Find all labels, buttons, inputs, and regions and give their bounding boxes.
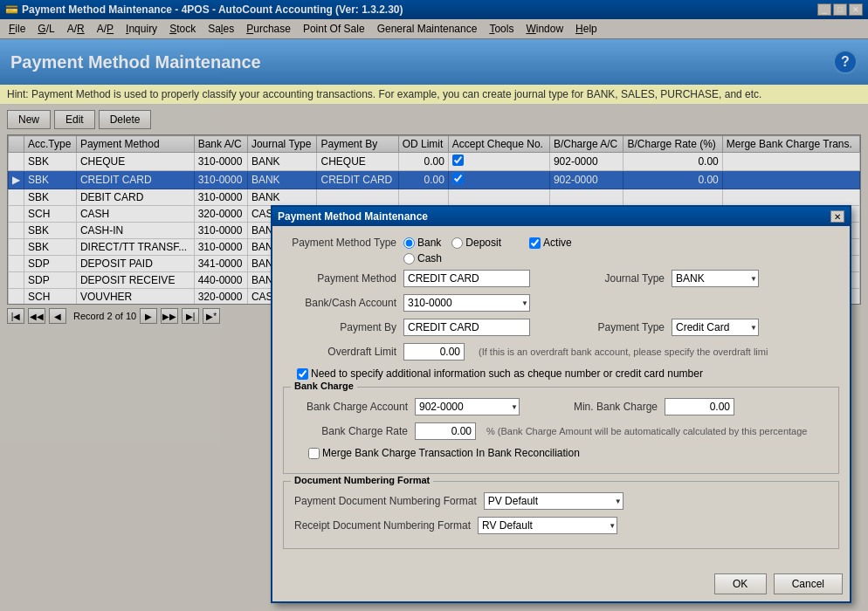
modal-overlay: Payment Method Maintenance ✕ Payment Met… bbox=[0, 0, 868, 611]
modal-title-bar: Payment Method Maintenance ✕ bbox=[272, 207, 850, 226]
modal-content: Payment Method Type Bank Deposit Active bbox=[272, 226, 850, 566]
payment-doc-row: Payment Document Numbering Format PV Def… bbox=[294, 492, 828, 510]
merge-label: Merge Bank Charge Transaction In Bank Re… bbox=[322, 447, 580, 459]
overdraft-limit-input[interactable] bbox=[403, 343, 465, 360]
active-checkbox[interactable] bbox=[529, 237, 541, 249]
bank-charge-rate-input[interactable] bbox=[415, 422, 476, 440]
receipt-doc-label: Receipt Document Numbering Format bbox=[294, 519, 471, 532]
bank-charge-account-row: Bank Charge Account 902-0000 Min. Bank C… bbox=[294, 398, 828, 415]
payment-method-type-row: Payment Method Type Bank Deposit Active bbox=[283, 237, 839, 249]
bank-charge-account-select-wrapper[interactable]: 902-0000 bbox=[415, 398, 520, 415]
bank-radio-item[interactable]: Bank bbox=[403, 237, 441, 249]
journal-type-select-wrapper[interactable]: BANK bbox=[672, 270, 759, 287]
bank-cash-account-select[interactable]: 310-0000 bbox=[403, 294, 530, 312]
active-label: Active bbox=[543, 237, 572, 249]
receipt-doc-select-wrapper[interactable]: RV Default bbox=[478, 517, 617, 534]
cheque-info-checkbox[interactable] bbox=[297, 368, 308, 380]
receipt-doc-row: Receipt Document Numbering Format RV Def… bbox=[294, 517, 828, 534]
modal-footer: OK Cancel bbox=[272, 566, 850, 601]
ok-button[interactable]: OK bbox=[714, 573, 767, 594]
bank-charge-account-label: Bank Charge Account bbox=[294, 401, 408, 413]
min-bank-charge-input[interactable] bbox=[665, 398, 734, 415]
payment-doc-select-wrapper[interactable]: PV Default bbox=[484, 492, 623, 510]
payment-by-label: Payment By bbox=[283, 321, 396, 333]
receipt-doc-select[interactable]: RV Default bbox=[478, 517, 617, 534]
payment-by-type-row: Payment By Payment Type Credit Card bbox=[283, 319, 839, 336]
cash-radio[interactable] bbox=[403, 253, 415, 264]
merge-bank-charge-row: Merge Bank Charge Transaction In Bank Re… bbox=[294, 447, 828, 459]
bank-charge-rate-label: Bank Charge Rate bbox=[294, 425, 408, 437]
bank-charge-section-title: Bank Charge bbox=[291, 381, 357, 391]
bank-cash-account-label: Bank/Cash Account bbox=[283, 297, 396, 309]
min-bank-charge-label: Min. Bank Charge bbox=[544, 401, 658, 413]
overdraft-limit-row: Overdraft Limit (If this is an overdraft… bbox=[283, 343, 839, 360]
cheque-info-label: Need to specify additional information s… bbox=[311, 367, 703, 380]
payment-method-journal-row: Payment Method Journal Type BANK bbox=[283, 270, 839, 287]
bank-charge-rate-hint: % (Bank Charge Amount will be automatica… bbox=[486, 426, 807, 436]
modal-close-button[interactable]: ✕ bbox=[830, 210, 844, 223]
payment-type-radio-group: Bank Deposit Active bbox=[403, 237, 572, 249]
payment-doc-label: Payment Document Numbering Format bbox=[294, 495, 477, 507]
cancel-button[interactable]: Cancel bbox=[774, 573, 843, 594]
doc-numbering-section-title: Document Numbering Format bbox=[291, 475, 433, 485]
cash-radio-row: Cash bbox=[283, 252, 839, 264]
payment-type-select-wrapper[interactable]: Credit Card bbox=[672, 319, 759, 336]
doc-numbering-section: Document Numbering Format Payment Docume… bbox=[283, 481, 839, 549]
bank-cash-account-row: Bank/Cash Account 310-0000 bbox=[283, 294, 839, 312]
payment-by-input[interactable] bbox=[403, 319, 530, 336]
bank-radio-label: Bank bbox=[417, 237, 441, 249]
bank-charge-account-select[interactable]: 902-0000 bbox=[415, 398, 520, 415]
cash-radio-label: Cash bbox=[417, 252, 442, 264]
deposit-radio-label: Deposit bbox=[465, 237, 501, 249]
cheque-info-checkbox-item[interactable]: Need to specify additional information s… bbox=[297, 367, 703, 380]
merge-checkbox-item[interactable]: Merge Bank Charge Transaction In Bank Re… bbox=[308, 447, 580, 459]
payment-method-label: Payment Method bbox=[283, 272, 396, 285]
payment-type-label: Payment Type bbox=[551, 321, 665, 333]
overdraft-limit-label: Overdraft Limit bbox=[283, 346, 396, 358]
journal-type-select[interactable]: BANK bbox=[672, 270, 759, 287]
payment-method-type-label: Payment Method Type bbox=[283, 237, 396, 249]
bank-charge-rate-row: Bank Charge Rate % (Bank Charge Amount w… bbox=[294, 422, 828, 440]
modal-title: Payment Method Maintenance bbox=[278, 210, 428, 223]
cash-radio-item[interactable]: Cash bbox=[403, 252, 442, 264]
deposit-radio-item[interactable]: Deposit bbox=[451, 237, 501, 249]
merge-checkbox[interactable] bbox=[308, 448, 320, 459]
active-checkbox-item[interactable]: Active bbox=[529, 237, 572, 249]
bank-cash-account-select-wrapper[interactable]: 310-0000 bbox=[403, 294, 530, 312]
overdraft-hint: (If this is an overdraft bank account, p… bbox=[479, 347, 768, 357]
cheque-info-row: Need to specify additional information s… bbox=[283, 367, 839, 380]
deposit-radio[interactable] bbox=[451, 237, 463, 249]
payment-type-select[interactable]: Credit Card bbox=[672, 319, 759, 336]
journal-type-label: Journal Type bbox=[551, 272, 665, 285]
modal-dialog: Payment Method Maintenance ✕ Payment Met… bbox=[271, 205, 851, 603]
bank-charge-section: Bank Charge Bank Charge Account 902-0000… bbox=[283, 387, 839, 474]
payment-doc-select[interactable]: PV Default bbox=[484, 492, 623, 510]
bank-radio[interactable] bbox=[403, 237, 415, 249]
payment-method-input[interactable] bbox=[403, 270, 530, 287]
